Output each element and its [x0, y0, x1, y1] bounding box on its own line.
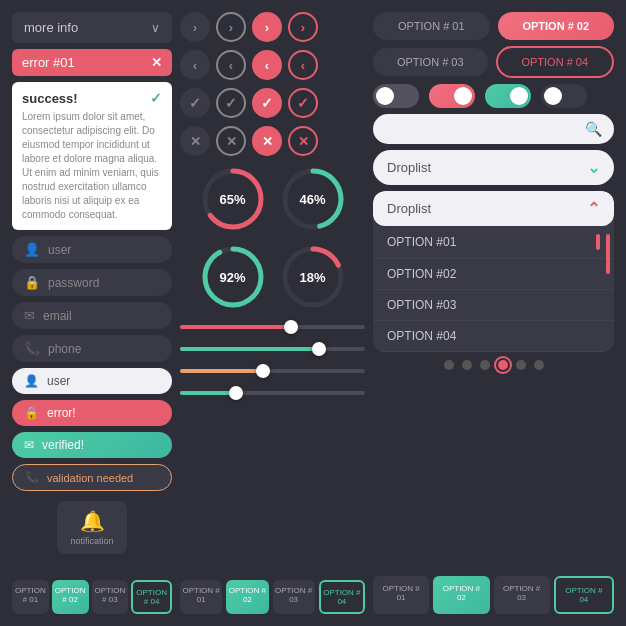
user-icon: 👤: [24, 242, 40, 257]
check-flat[interactable]: ✓: [180, 88, 210, 118]
cross-filled[interactable]: ✕: [252, 126, 282, 156]
phone-icon: 📞: [24, 341, 40, 356]
email-label: email: [43, 309, 72, 323]
check-outline[interactable]: ✓: [216, 88, 246, 118]
toggle-dark[interactable]: [541, 84, 587, 108]
droplist-open-header[interactable]: Droplist ⌃: [373, 191, 614, 226]
more-info-dropdown[interactable]: more info ∨: [12, 12, 172, 43]
right-option-row-2: OPTION # 03 OPTION # 04: [373, 46, 614, 78]
phone-label: phone: [48, 342, 81, 356]
radio-dot-6[interactable]: [534, 360, 544, 370]
radio-dot-3[interactable]: [480, 360, 490, 370]
right-tab-1[interactable]: OPTION # 01: [373, 576, 429, 614]
right-arrow-flat[interactable]: ›: [180, 12, 210, 42]
search-input[interactable]: [385, 122, 579, 136]
progress-circle-46: 46%: [278, 164, 348, 234]
progress-92-label: 92%: [219, 270, 245, 285]
left-tab-2[interactable]: OPTION # 02: [52, 580, 89, 614]
user-icon-light: 👤: [24, 374, 39, 388]
right-option-4[interactable]: OPTION # 04: [496, 46, 615, 78]
radio-dot-5[interactable]: [516, 360, 526, 370]
toggle-pink[interactable]: [429, 84, 475, 108]
password-input-dark[interactable]: 🔒 password: [12, 269, 172, 296]
user-label: user: [48, 243, 71, 257]
dropdown-scrollbar[interactable]: [606, 234, 610, 274]
chevron-up-icon: ⌃: [587, 199, 600, 218]
notification-label: notification: [70, 536, 113, 546]
right-option-3[interactable]: OPTION # 03: [373, 48, 488, 76]
right-tab-4[interactable]: OPTION # 04: [554, 576, 614, 614]
notification-button[interactable]: 🔔 notification: [57, 501, 127, 554]
cross-outline-pink[interactable]: ✕: [288, 126, 318, 156]
left-tab-4[interactable]: OPTION # 04: [131, 580, 172, 614]
right-arrow-filled[interactable]: ›: [252, 12, 282, 42]
mid-tab-3[interactable]: OPTION # 03: [273, 580, 315, 614]
user-input-light[interactable]: 👤 user: [12, 368, 172, 394]
radio-dot-4-active[interactable]: [498, 360, 508, 370]
right-tab-2[interactable]: OPTION # 02: [433, 576, 489, 614]
toggle-knob-dark: [544, 87, 562, 105]
droplist-option-3[interactable]: OPTION #03: [373, 290, 614, 321]
left-arrow-outline[interactable]: ‹: [216, 50, 246, 80]
progress-18-label: 18%: [299, 270, 325, 285]
right-option-row-1: OPTION # 01 OPTION # 02: [373, 12, 614, 40]
droplist-option-1[interactable]: OPTION #01: [373, 226, 614, 259]
toggle-off[interactable]: [373, 84, 419, 108]
slider-thumb-1[interactable]: [284, 320, 298, 334]
radio-dot-1[interactable]: [444, 360, 454, 370]
validation-input[interactable]: 📞 validation needed: [12, 464, 172, 491]
email-icon-verified: ✉: [24, 438, 34, 452]
verified-input[interactable]: ✉ verified!: [12, 432, 172, 458]
right-arrow-outline[interactable]: ›: [216, 12, 246, 42]
slider-thumb-4[interactable]: [229, 386, 243, 400]
user-input-dark[interactable]: 👤 user: [12, 236, 172, 263]
lock-icon-error: 🔒: [24, 406, 39, 420]
droplist-option-2[interactable]: OPTION #02: [373, 259, 614, 290]
check-buttons-row: ✓ ✓ ✓ ✓: [180, 88, 365, 118]
right-option-2[interactable]: OPTION # 02: [498, 12, 615, 40]
progress-circle-92: 92%: [198, 242, 268, 312]
toggle-knob-teal: [510, 87, 528, 105]
left-arrow-outline-pink[interactable]: ‹: [288, 50, 318, 80]
slider-thumb-3[interactable]: [256, 364, 270, 378]
chevron-down-icon: ∨: [151, 21, 160, 35]
chevron-down-icon-droplist: ⌄: [587, 158, 600, 177]
verified-label: verified!: [42, 438, 84, 452]
mid-bottom-tabs: OPTION # 01 OPTION # 02 OPTION # 03 OPTI…: [180, 580, 365, 614]
phone-icon-validation: 📞: [25, 471, 39, 484]
close-icon[interactable]: ✕: [151, 55, 162, 70]
toggles-row: [373, 84, 614, 108]
toggle-teal[interactable]: [485, 84, 531, 108]
left-tab-1[interactable]: OPTION # 01: [12, 580, 49, 614]
droplist-closed[interactable]: Droplist ⌄: [373, 150, 614, 185]
cross-outline[interactable]: ✕: [216, 126, 246, 156]
check-outline-pink[interactable]: ✓: [288, 88, 318, 118]
bell-icon: 🔔: [80, 509, 105, 533]
radio-dot-2[interactable]: [462, 360, 472, 370]
search-bar[interactable]: 🔍: [373, 114, 614, 144]
left-tab-3[interactable]: OPTION # 03: [92, 580, 129, 614]
left-arrow-buttons: ‹ ‹ ‹ ‹: [180, 50, 365, 80]
right-arrow-outline-pink[interactable]: ›: [288, 12, 318, 42]
toggle-knob-off: [376, 87, 394, 105]
left-arrow-flat[interactable]: ‹: [180, 50, 210, 80]
slider-track-3: [180, 369, 365, 373]
cross-flat[interactable]: ✕: [180, 126, 210, 156]
error-alert: error #01 ✕: [12, 49, 172, 76]
right-tab-3[interactable]: OPTION # 03: [494, 576, 550, 614]
progress-46-label: 46%: [299, 192, 325, 207]
left-arrow-filled[interactable]: ‹: [252, 50, 282, 80]
success-title-text: success!: [22, 91, 78, 106]
right-option-1[interactable]: OPTION # 01: [373, 12, 490, 40]
success-card: success! ✓ Lorem ipsum dolor sit amet, c…: [12, 82, 172, 230]
phone-input-dark[interactable]: 📞 phone: [12, 335, 172, 362]
middle-column: › › › › ‹ ‹ ‹ ‹ ✓ ✓ ✓ ✓ ✕ ✕ ✕ ✕: [180, 12, 365, 614]
mid-tab-1[interactable]: OPTION # 01: [180, 580, 222, 614]
mid-tab-4[interactable]: OPTION # 04: [319, 580, 365, 614]
droplist-option-4[interactable]: OPTION #04: [373, 321, 614, 352]
email-input-dark[interactable]: ✉ email: [12, 302, 172, 329]
check-filled[interactable]: ✓: [252, 88, 282, 118]
mid-tab-2[interactable]: OPTION # 02: [226, 580, 268, 614]
slider-thumb-2[interactable]: [312, 342, 326, 356]
error-input[interactable]: 🔒 error!: [12, 400, 172, 426]
